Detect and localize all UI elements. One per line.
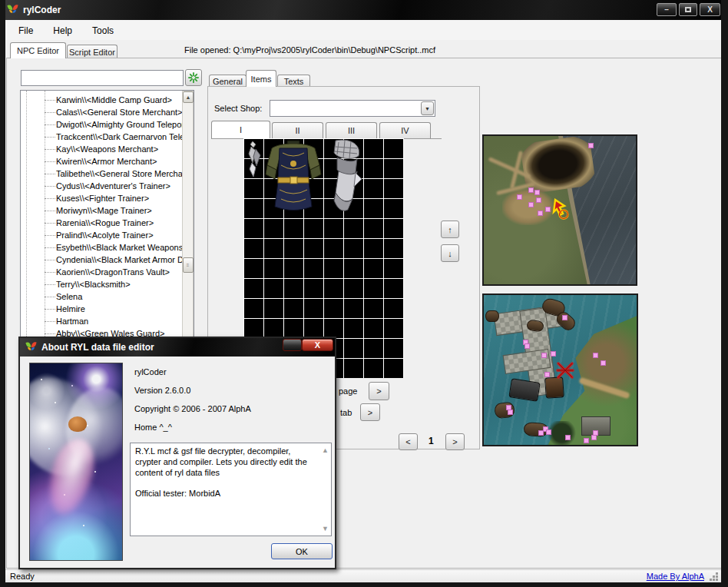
tree-item[interactable]: Hartman	[21, 315, 182, 327]
shop-tab-2[interactable]: II	[272, 122, 323, 138]
tree-item[interactable]: Terry\\<Blacksmith>	[21, 278, 182, 290]
arrow-right-icon: >	[376, 386, 381, 396]
about-description-box[interactable]: R.Y.L mcf & gsf file decrypter, decompil…	[130, 443, 332, 536]
tree-item[interactable]: Pralind\\<Acolyte Trainer>	[21, 229, 182, 241]
tree-item[interactable]: Helmire	[21, 303, 182, 315]
prev-page-button[interactable]: <	[399, 433, 418, 450]
npc-marker[interactable]	[508, 410, 512, 414]
tree-item[interactable]: Kay\\<Weapons Merchant>	[21, 143, 182, 155]
about-tester: Official tester: MorbidA	[135, 489, 317, 498]
item-pendant[interactable]	[245, 140, 263, 178]
scroll-thumb[interactable]: ≡	[183, 257, 194, 273]
tree-item[interactable]: Moriwyn\\<Mage Trainer>	[21, 204, 182, 217]
npc-marker[interactable]	[524, 340, 528, 344]
npc-marker[interactable]	[535, 191, 539, 194]
destination-cross-marker[interactable]	[556, 361, 574, 380]
tree-item[interactable]: Rarenia\\<Rogue Trainer>	[21, 217, 182, 229]
tab-npc-editor[interactable]: NPC Editor	[10, 42, 66, 58]
resize-grip[interactable]	[716, 572, 718, 575]
npc-marker[interactable]	[594, 353, 597, 357]
shop-tab-1[interactable]: I	[211, 121, 270, 138]
item-gauntlet[interactable]	[325, 139, 363, 213]
selected-npc-marker[interactable]	[551, 198, 572, 221]
about-version: Version 2.6.0.0	[134, 386, 190, 395]
npc-marker[interactable]	[546, 207, 550, 211]
npc-marker[interactable]	[547, 430, 551, 434]
npc-marker[interactable]	[518, 195, 521, 199]
tree-item[interactable]: Karwin\\<Middle Camp Guard>	[21, 94, 182, 106]
menu-item[interactable]: Tools	[88, 25, 118, 36]
item-armor[interactable]	[264, 139, 323, 211]
tree-item[interactable]: Trackcent\\<Dark Caernarvon Tele	[21, 131, 182, 143]
about-dialog-titlebar[interactable]: About RYL data file editor X	[20, 338, 335, 357]
map-ship	[485, 310, 499, 323]
minimize-icon: –	[664, 5, 669, 14]
next-tab-button[interactable]: >	[360, 403, 380, 421]
tab-items-label: Items	[251, 75, 272, 84]
tree-item[interactable]: Selena	[21, 290, 182, 303]
shop-tab-3[interactable]: III	[326, 122, 377, 138]
search-burst-icon	[188, 72, 199, 83]
window-title: rylCoder	[23, 5, 61, 15]
npc-marker[interactable]	[542, 353, 546, 357]
tree-item[interactable]: Cyndenia\\<Black Market Armor De	[21, 254, 182, 266]
next-tab-label: tab	[340, 408, 352, 417]
tab-items[interactable]: Items	[246, 70, 276, 87]
npc-search-input[interactable]	[21, 70, 184, 86]
textbox-scroll-up-icon[interactable]: ▲	[322, 446, 329, 454]
dialog-close-button[interactable]: X	[302, 339, 333, 351]
npc-marker[interactable]	[525, 344, 529, 348]
tree-item[interactable]: Kwiren\\<Armor Merchant>	[21, 155, 182, 167]
npc-marker[interactable]	[529, 203, 533, 207]
title-bar[interactable]: rylCoder – X	[0, 0, 728, 20]
combobox-dropdown-button[interactable]: ▼	[421, 101, 434, 115]
tree-item[interactable]: Calas\\<General Store Merchant>	[21, 106, 182, 118]
npc-marker[interactable]	[584, 439, 588, 443]
world-map-overview[interactable]	[482, 134, 637, 286]
npc-marker[interactable]	[507, 406, 511, 410]
npc-marker[interactable]	[538, 211, 542, 215]
npc-marker[interactable]	[537, 198, 541, 202]
tree-item[interactable]: Kaorien\\<DragonTrans Vault>	[21, 266, 182, 278]
npc-marker[interactable]	[594, 431, 597, 435]
tree-item[interactable]: Talibethe\\<General Store Merchan	[21, 167, 182, 180]
made-by-link[interactable]: Made By AlphA	[647, 572, 704, 581]
move-item-down-button[interactable]: ↓	[441, 244, 459, 262]
maximize-button[interactable]	[679, 3, 697, 16]
minimize-button[interactable]: –	[657, 3, 677, 16]
search-button[interactable]	[185, 69, 202, 86]
tab-texts[interactable]: Texts	[277, 75, 310, 87]
npc-marker[interactable]	[592, 436, 596, 439]
npc-marker[interactable]	[563, 316, 567, 320]
scroll-up-button[interactable]: ▲	[183, 91, 194, 103]
npc-marker[interactable]	[545, 373, 549, 376]
npc-marker[interactable]	[589, 144, 593, 148]
textbox-scroll-down-icon[interactable]: ▼	[322, 525, 329, 532]
dialog-minimize-button[interactable]	[283, 339, 302, 351]
tab-npc-editor-label: NPC Editor	[17, 46, 59, 55]
tree-item[interactable]: Dwigot\\<Almighty Ground Teleport	[21, 118, 182, 131]
tree-item[interactable]: Kuses\\<Fighter Trainer>	[21, 192, 182, 204]
ok-button[interactable]: OK	[271, 543, 333, 559]
npc-marker[interactable]	[529, 188, 533, 192]
npc-marker[interactable]	[551, 352, 555, 356]
about-home-link[interactable]: Home ^_^	[134, 423, 172, 432]
npc-marker[interactable]	[566, 436, 570, 439]
close-button[interactable]: X	[700, 3, 720, 16]
tab-general[interactable]: General	[209, 75, 247, 87]
tree-item[interactable]: Cydus\\<Adventurer's Trainer>	[21, 180, 182, 192]
npc-marker[interactable]	[601, 361, 605, 365]
npc-marker[interactable]	[539, 431, 543, 435]
app-window: rylCoder – X FileHelpTools NPC Editor Sc…	[0, 0, 728, 587]
local-map-harbor[interactable]	[482, 294, 638, 446]
tab-script-editor-label: Script Editor	[69, 48, 115, 57]
shop-tab-4[interactable]: IV	[379, 122, 431, 138]
move-item-up-button[interactable]: ↑	[441, 221, 459, 238]
menu-item[interactable]: File	[14, 25, 38, 36]
next-page-button[interactable]: >	[369, 382, 389, 400]
next-page-nav-button[interactable]: >	[445, 433, 465, 450]
select-shop-combobox[interactable]: ▼	[270, 100, 435, 117]
tab-script-editor[interactable]: Script Editor	[67, 45, 117, 58]
menu-item[interactable]: Help	[48, 25, 77, 36]
tree-item[interactable]: Esybeth\\<Black Market Weapons I	[21, 241, 182, 254]
